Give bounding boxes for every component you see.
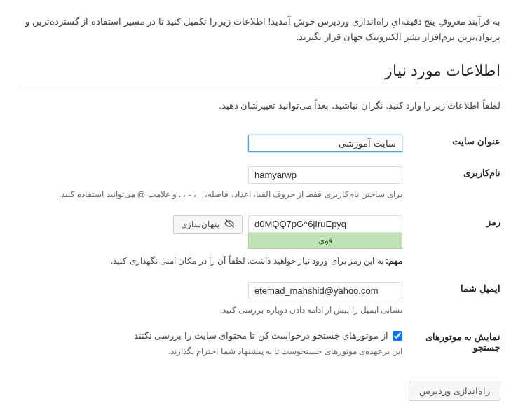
hide-password-button[interactable]: پنهان‌سازی <box>173 215 243 234</box>
password-note-strong: مهم: <box>386 256 402 266</box>
email-label: ایمیل شما <box>402 275 500 323</box>
username-hint: برای ساختن نام‌کاربری فقط از حروف الفبا،… <box>18 188 402 201</box>
install-button[interactable]: راه‌اندازی وردپرس <box>409 381 500 401</box>
password-note-text: به این رمز برای ورود نیاز خواهید داشت. ل… <box>111 256 386 266</box>
description-text: لطفاً اطلاعات زیر را وارد کنید. نگران نب… <box>18 100 500 111</box>
search-visibility-checkbox[interactable] <box>393 331 402 341</box>
page-heading: اطلاعات مورد نیاز <box>18 62 500 86</box>
site-title-input[interactable] <box>248 135 402 152</box>
hide-password-label: پنهان‌سازی <box>181 219 219 229</box>
password-strength: قوی <box>248 233 402 249</box>
username-input[interactable] <box>248 166 402 184</box>
search-visibility-hint: این برعهده‌ی موتورهای جستجوست تا به پیشن… <box>18 345 402 358</box>
password-input[interactable] <box>248 215 402 233</box>
install-form: عنوان سایت نام‌کاربری برای ساختن نام‌کار… <box>18 128 500 365</box>
search-visibility-label: نمایش به موتورهای جستجو <box>402 323 500 365</box>
site-title-label: عنوان سایت <box>402 128 500 159</box>
search-visibility-checkbox-label[interactable]: از موتورهای جستجو درخواست کن تا محتوای س… <box>134 330 388 341</box>
username-label: نام‌کاربری <box>402 159 500 208</box>
eye-slash-icon <box>224 218 235 231</box>
email-input[interactable] <box>248 282 402 299</box>
intro-text: به فرآیند معروفِ پنج دقیقه‌ایِ راه‌انداز… <box>18 14 500 45</box>
password-label: رمز <box>402 208 500 275</box>
email-hint: نشانی ایمیل را پیش از ادامه دادن دوباره … <box>18 304 402 316</box>
password-note: مهم: به این رمز برای ورود نیاز خواهید دا… <box>18 255 402 268</box>
